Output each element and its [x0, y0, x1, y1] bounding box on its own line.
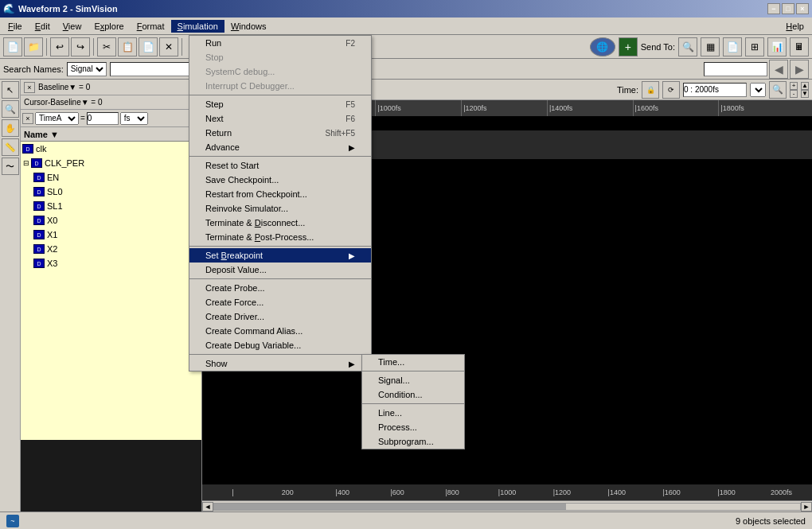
menu-windows[interactable]: Windows [224, 20, 273, 33]
menu-item-terminate-postprocess[interactable]: Terminate & Post-Process... [189, 230, 371, 244]
tool-zoom[interactable]: 🔍 [2, 100, 19, 118]
time-unit-select[interactable]: fspsns [120, 112, 148, 125]
menu-item-next[interactable]: Next F6 [189, 111, 371, 126]
menu-help[interactable]: Help [779, 20, 810, 33]
menu-item-reset[interactable]: Reset to Start [189, 158, 371, 173]
globe-icon[interactable]: 🌐 [590, 37, 615, 56]
new-button[interactable]: 📄 [3, 37, 22, 56]
bp-process[interactable]: Process... [362, 420, 464, 434]
tool-measure[interactable]: 📏 [2, 138, 19, 156]
menu-item-create-probe[interactable]: Create Probe... [189, 281, 371, 295]
timeline-bar: | 200 |400 |600 |800 |1000 |1200 |1400 |… [202, 484, 812, 500]
zoom-in-button[interactable]: 🔍 [769, 81, 787, 99]
scroll-down-button[interactable]: ▼ [801, 90, 809, 98]
menu-item-restart-checkpoint[interactable]: Restart from Checkpoint... [189, 187, 371, 201]
scroll-controls: ▲ ▼ [801, 82, 809, 98]
redo-button[interactable]: ↪ [71, 37, 90, 56]
time-range-input[interactable] [683, 83, 747, 97]
scroll-right-button[interactable]: ► [801, 502, 812, 511]
interrupt-c-label: Interrupt C Debugger... [205, 81, 295, 91]
bp-subprogram[interactable]: Subprogram... [362, 434, 464, 449]
menu-explore[interactable]: Explore [88, 20, 130, 33]
send-doc[interactable]: 📄 [723, 37, 742, 56]
maximize-button[interactable]: □ [782, 3, 794, 14]
paste-button[interactable]: 📄 [139, 37, 158, 56]
tool-hand[interactable]: ✋ [2, 119, 19, 137]
time-value-input[interactable] [87, 112, 119, 125]
time-lock-button[interactable]: 🔒 [642, 81, 659, 99]
prev-signal-button[interactable]: ◀ [769, 60, 788, 79]
menu-view[interactable]: View [57, 20, 88, 33]
menu-item-create-force[interactable]: Create Force... [189, 295, 371, 309]
send-binoculars[interactable]: 🔍 [678, 37, 697, 56]
menu-item-step[interactable]: Step F5 [189, 97, 371, 111]
menu-item-show[interactable]: Show ▶ [189, 356, 371, 371]
copy-button[interactable]: 📋 [118, 37, 137, 56]
bp-condition[interactable]: Condition... [362, 387, 464, 402]
send-chart[interactable]: 📊 [767, 37, 787, 56]
minimize-button[interactable]: − [767, 3, 780, 14]
menu-simulation[interactable]: Simulation [171, 20, 224, 33]
menu-item-return[interactable]: Return Shift+F5 [189, 126, 371, 140]
menu-item-save-checkpoint[interactable]: Save Checkpoint... [189, 173, 371, 187]
menu-item-advance[interactable]: Advance ▶ [189, 140, 371, 154]
menu-item-create-driver[interactable]: Create Driver... [189, 309, 371, 324]
signal-search-input[interactable] [704, 62, 767, 76]
time-sync-button[interactable]: ⟳ [662, 81, 680, 99]
list-item[interactable]: D SL1 [21, 199, 201, 213]
window-controls[interactable]: − □ × [767, 3, 809, 14]
time-range-select[interactable] [750, 83, 766, 97]
open-button[interactable]: 📁 [24, 37, 43, 56]
send-calc[interactable]: 🖩 [790, 37, 809, 56]
bp-time[interactable]: Time... [362, 355, 464, 369]
list-item[interactable]: D SL0 [21, 185, 201, 199]
list-item[interactable]: D EN [21, 170, 201, 185]
expand-icon[interactable]: ⊟ [22, 159, 30, 167]
menu-item-deposit[interactable]: Deposit Value... [189, 263, 371, 277]
search-type-select[interactable]: Signal Net Port [67, 62, 107, 76]
zoom-down-button[interactable]: - [790, 90, 798, 98]
menu-file[interactable]: File [2, 20, 29, 33]
zoom-up-button[interactable]: + [790, 82, 798, 90]
cut-button[interactable]: ✂ [97, 37, 116, 56]
menu-item-create-command-alias[interactable]: Create Command Alias... [189, 324, 371, 338]
tool-signal[interactable]: 〜 [2, 158, 19, 175]
bp-signal[interactable]: Signal... [362, 373, 464, 387]
menu-format[interactable]: Format [131, 20, 171, 33]
signal-type-icon: D [31, 158, 42, 168]
list-item[interactable]: D X3 [21, 256, 201, 270]
scrollbar-thumb[interactable] [214, 504, 566, 510]
close-sidebar-button[interactable]: × [24, 82, 35, 93]
menu-item-reinvoke[interactable]: Reinvoke Simulator... [189, 201, 371, 216]
list-item[interactable]: D X1 [21, 228, 201, 242]
close-button[interactable]: × [796, 3, 809, 14]
send-table[interactable]: ▦ [701, 37, 720, 56]
ruler-mark: |1400fs [547, 100, 633, 116]
time-minus-button[interactable]: × [22, 113, 33, 124]
breakpoint-submenu: Time... Signal... Condition... Line... P… [361, 354, 465, 449]
menu-item-run[interactable]: Run F2 [189, 36, 371, 50]
time-a-select[interactable]: TimeA [35, 112, 79, 125]
list-item[interactable]: ⊟ D CLK_PER [21, 156, 201, 170]
bp-signal-label: Signal... [378, 375, 410, 385]
menu-item-terminate-disconnect[interactable]: Terminate & Disconnect... [189, 216, 371, 230]
terminate-disconnect-label: Terminate & Disconnect... [205, 218, 305, 228]
timeline-mark: |1200 [534, 488, 589, 496]
delete-button[interactable]: ✕ [159, 37, 178, 56]
menu-item-create-debug-var[interactable]: Create Debug Variable... [189, 338, 371, 352]
add-button[interactable]: + [619, 37, 638, 56]
menu-edit[interactable]: Edit [29, 20, 57, 33]
scroll-up-button[interactable]: ▲ [801, 82, 809, 90]
menu-item-set-breakpoint[interactable]: Set Breakpoint ▶ [189, 248, 371, 263]
next-signal-button[interactable]: ▶ [790, 60, 809, 79]
list-item[interactable]: D X0 [21, 213, 201, 228]
create-probe-label: Create Probe... [205, 283, 265, 293]
scrollbar-track[interactable] [213, 503, 801, 511]
list-item[interactable]: D X2 [21, 242, 201, 256]
send-grid[interactable]: ⊞ [745, 37, 764, 56]
tool-cursor[interactable]: ↖ [2, 81, 19, 99]
scroll-left-button[interactable]: ◄ [202, 502, 213, 511]
list-item[interactable]: D clk [21, 142, 201, 156]
undo-button[interactable]: ↩ [50, 37, 69, 56]
bp-line[interactable]: Line... [362, 406, 464, 420]
